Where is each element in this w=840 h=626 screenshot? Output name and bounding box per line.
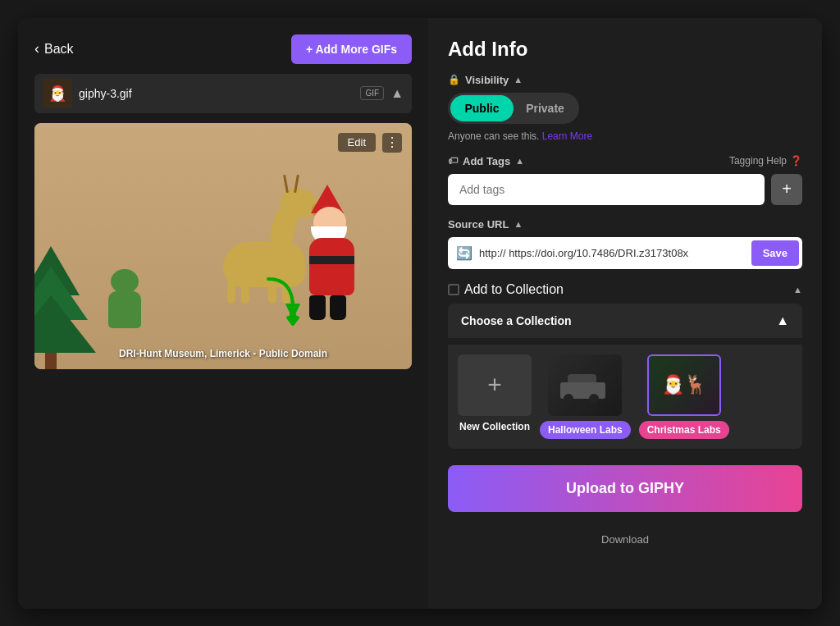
watermark-text: DRI-Hunt Museum, Limerick - Public Domai… — [119, 348, 327, 359]
santa — [301, 213, 367, 320]
file-thumbnail: 🎅 — [43, 79, 72, 108]
file-row-right: GIF ▲ — [360, 86, 404, 101]
source-url-header: Source URL ▲ — [448, 218, 802, 231]
halloween-labs-thumb — [548, 354, 622, 416]
collection-section: Add to Collection ▲ Choose a Collection … — [448, 282, 802, 449]
tag-add-button[interactable]: + — [771, 174, 802, 205]
edit-button[interactable]: Edit — [338, 133, 376, 152]
visibility-header: 🔒 Visibility ▲ — [448, 74, 802, 86]
add-more-gifs-button[interactable]: + Add More GIFs — [291, 34, 412, 64]
tags-chevron-icon: ▲ — [515, 156, 524, 166]
add-to-collection-checkbox[interactable] — [448, 284, 459, 295]
file-name: giphy-3.gif — [79, 87, 132, 100]
visibility-label: Visibility — [465, 74, 509, 86]
christmas-labs-thumb: 🎅🦌 — [647, 354, 721, 416]
tagging-help-link[interactable]: Tagging Help ❓ — [729, 155, 802, 167]
tags-section: 🏷 Add Tags ▲ Tagging Help ❓ + — [448, 155, 802, 205]
new-collection-plus-icon: + — [487, 371, 502, 399]
source-url-section: Source URL ▲ 🔄 Save — [448, 218, 802, 269]
gif-preview: ★ — [34, 123, 412, 369]
back-chevron-icon: ‹ — [34, 40, 39, 57]
visibility-description: Anyone can see this. Learn More — [448, 130, 802, 142]
collapse-icon[interactable]: ▲ — [390, 86, 404, 101]
tags-label: Add Tags — [463, 155, 510, 167]
back-button[interactable]: ‹ Back — [34, 40, 74, 57]
more-options-button[interactable]: ⋮ — [382, 133, 402, 153]
collection-item-new[interactable]: + New Collection — [458, 354, 532, 439]
add-more-label: + Add More GIFs — [306, 43, 397, 56]
new-collection-thumb: + — [458, 354, 532, 416]
upload-to-giphy-button[interactable]: Upload to GIPHY — [448, 465, 802, 512]
visibility-chevron-icon: ▲ — [514, 75, 523, 85]
right-panel: Add Info 🔒 Visibility ▲ Public Private A… — [428, 18, 822, 609]
url-globe-icon: 🔄 — [456, 245, 472, 261]
add-to-collection-label: Add to Collection — [464, 282, 564, 297]
more-options-icon: ⋮ — [386, 135, 399, 150]
collection-item-halloween[interactable]: Halloween Labs — [540, 354, 631, 439]
save-url-button[interactable]: Save — [751, 240, 799, 266]
source-url-input-row: 🔄 Save — [448, 237, 802, 269]
new-collection-label: New Collection — [459, 421, 530, 432]
private-button[interactable]: Private — [514, 95, 577, 121]
tags-header: 🏷 Add Tags ▲ — [448, 155, 524, 167]
tags-header-row: 🏷 Add Tags ▲ Tagging Help ❓ — [448, 155, 802, 167]
back-label: Back — [44, 42, 74, 57]
collection-header-row: Add to Collection ▲ — [448, 282, 802, 297]
tag-icon: 🏷 — [448, 155, 458, 167]
download-link[interactable]: Download — [448, 525, 802, 559]
choose-collection-label: Choose a Collection — [461, 314, 572, 327]
collection-item-christmas[interactable]: 🎅🦌 Christmas Labs — [639, 354, 729, 439]
lock-icon: 🔒 — [448, 74, 460, 85]
left-panel: ‹ Back + Add More GIFs 🎅 giphy-3.gif GIF… — [18, 18, 428, 609]
source-url-chevron-icon: ▲ — [514, 219, 523, 229]
add-to-collection-checkbox-row: Add to Collection — [448, 282, 564, 297]
visibility-toggle: Public Private — [448, 93, 579, 124]
collection-grid: + New Collection Halloween Labs — [448, 345, 802, 449]
public-button[interactable]: Public — [450, 95, 514, 121]
halloween-labs-label: Halloween Labs — [540, 421, 631, 439]
file-row: 🎅 giphy-3.gif GIF ▲ — [34, 74, 412, 113]
gif-scene: ★ — [34, 123, 412, 369]
tag-input-row: + — [448, 174, 802, 205]
gif-badge: GIF — [360, 86, 384, 100]
tag-input[interactable] — [448, 174, 765, 205]
source-url-input[interactable] — [479, 247, 745, 259]
choose-collection-collapse-icon: ▲ — [776, 313, 789, 328]
choose-collection-bar: Choose a Collection ▲ — [448, 304, 802, 338]
christmas-riders-graphic: 🎅🦌 — [649, 356, 719, 414]
halloween-car-graphic — [556, 364, 614, 405]
help-icon: ❓ — [790, 155, 802, 167]
panel-title: Add Info — [448, 38, 802, 61]
learn-more-link[interactable]: Learn More — [542, 130, 592, 142]
file-row-left: 🎅 giphy-3.gif — [43, 79, 132, 108]
grinch — [104, 271, 153, 336]
collection-chevron-icon: ▲ — [793, 285, 802, 295]
edit-overlay: Edit ⋮ — [338, 133, 402, 153]
source-url-label: Source URL — [448, 218, 509, 231]
visibility-section: 🔒 Visibility ▲ Public Private Anyone can… — [448, 74, 802, 142]
christmas-labs-label: Christmas Labs — [639, 421, 729, 439]
left-header: ‹ Back + Add More GIFs — [34, 34, 412, 64]
